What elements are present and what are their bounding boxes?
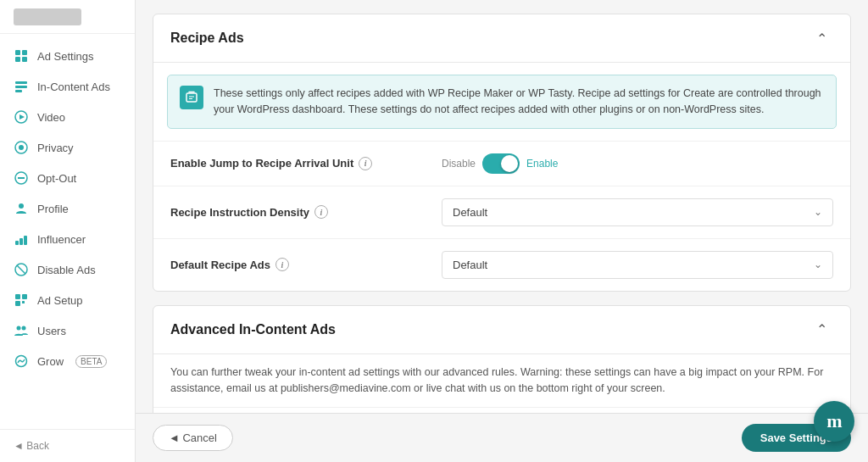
sidebar-item-profile-label: Profile xyxy=(37,203,69,215)
sidebar-item-ad-settings[interactable]: Ad Settings xyxy=(0,41,135,71)
svg-point-23 xyxy=(17,326,21,331)
ad-setup-icon xyxy=(14,292,29,308)
instruction-density-arrow: ⌄ xyxy=(814,206,822,218)
svg-rect-20 xyxy=(22,294,27,299)
toggle-group: Disable Enable xyxy=(442,153,558,174)
instruction-density-row: Recipe Instruction Density i Default ⌄ xyxy=(153,186,850,238)
recipe-ads-section: Recipe Ads ⌃ These settings only affect … xyxy=(153,14,851,292)
logo-image xyxy=(14,8,81,25)
jump-to-recipe-row: Enable Jump to Recipe Arrival Unit i Dis… xyxy=(153,141,850,186)
sidebar-item-in-content-ads[interactable]: In-Content Ads xyxy=(0,71,135,102)
cancel-button[interactable]: ◄ Cancel xyxy=(153,425,233,451)
advanced-in-content-section: Advanced In-Content Ads ⌃ You can furthe… xyxy=(153,305,851,414)
sidebar-item-grow[interactable]: Grow BETA xyxy=(0,346,135,376)
sidebar-item-disable-ads-label: Disable Ads xyxy=(37,264,96,276)
disable-label: Disable xyxy=(442,158,476,170)
recipe-ads-info-icon xyxy=(180,86,203,109)
instruction-density-label: Recipe Instruction Density i xyxy=(170,205,442,219)
sidebar-item-ad-settings-label: Ad Settings xyxy=(37,50,94,63)
default-recipe-ads-value: Default ⌄ xyxy=(442,251,833,279)
grow-beta-badge: BETA xyxy=(75,355,107,368)
svg-point-24 xyxy=(22,326,26,331)
users-icon xyxy=(14,323,29,338)
sidebar-item-disable-ads[interactable]: Disable Ads xyxy=(0,254,135,285)
sidebar: Ad Settings In-Content Ads Video Privacy xyxy=(0,0,136,462)
profile-icon xyxy=(14,201,29,216)
recipe-ads-header: Recipe Ads ⌃ xyxy=(153,14,850,63)
sidebar-back-button[interactable]: ◄ Back xyxy=(0,429,135,462)
opt-out-icon xyxy=(14,170,29,186)
svg-rect-19 xyxy=(15,294,20,299)
video-icon xyxy=(14,109,29,125)
default-recipe-ads-row: Default Recipe Ads i Default ⌄ xyxy=(153,238,850,291)
instruction-density-dropdown[interactable]: Default ⌄ xyxy=(442,198,833,226)
bottom-bar: ◄ Cancel Save Settings xyxy=(136,413,868,462)
svg-rect-3 xyxy=(22,57,27,62)
svg-rect-0 xyxy=(15,50,20,55)
recipe-ads-title: Recipe Ads xyxy=(170,31,244,46)
sidebar-item-users[interactable]: Users xyxy=(0,315,135,346)
instruction-density-value: Default ⌄ xyxy=(442,198,833,226)
main-content: Recipe Ads ⌃ These settings only affect … xyxy=(136,0,868,413)
influencer-icon xyxy=(14,231,29,247)
sidebar-item-ad-setup-label: Ad Setup xyxy=(37,294,83,307)
svg-marker-8 xyxy=(19,114,25,120)
svg-rect-6 xyxy=(15,90,22,92)
advanced-in-content-collapse-button[interactable]: ⌃ xyxy=(810,318,833,342)
toggle-thumb xyxy=(501,155,518,172)
sidebar-item-privacy[interactable]: Privacy xyxy=(0,132,135,163)
sidebar-logo xyxy=(0,0,135,34)
svg-line-18 xyxy=(17,265,25,274)
grow-icon xyxy=(14,353,29,369)
sidebar-item-video-label: Video xyxy=(37,111,65,124)
svg-rect-4 xyxy=(15,81,27,84)
toggle-track xyxy=(482,153,520,174)
default-recipe-ads-selected: Default xyxy=(453,259,487,271)
fab-icon: m xyxy=(826,410,841,432)
svg-rect-22 xyxy=(22,301,25,303)
in-content-icon xyxy=(14,79,29,94)
jump-to-recipe-info-icon[interactable]: i xyxy=(359,157,372,170)
back-label: ◄ Back xyxy=(14,440,49,452)
advanced-in-content-header: Advanced In-Content Ads ⌃ xyxy=(153,306,850,354)
privacy-icon xyxy=(14,140,29,155)
svg-rect-26 xyxy=(186,93,197,102)
default-recipe-ads-label: Default Recipe Ads i xyxy=(170,258,442,271)
sidebar-item-video[interactable]: Video xyxy=(0,102,135,132)
recipe-ads-info-box: These settings only affect recipes added… xyxy=(167,75,837,129)
svg-rect-2 xyxy=(15,57,20,62)
sidebar-item-privacy-label: Privacy xyxy=(37,142,74,154)
default-recipe-ads-info-icon[interactable]: i xyxy=(275,258,289,271)
sidebar-item-influencer[interactable]: Influencer xyxy=(0,224,135,254)
sidebar-nav: Ad Settings In-Content Ads Video Privacy xyxy=(0,34,135,429)
default-recipe-ads-arrow: ⌄ xyxy=(814,259,822,270)
sidebar-item-opt-out[interactable]: Opt-Out xyxy=(0,163,135,193)
recipe-ads-info-text: These settings only affect recipes added… xyxy=(214,86,824,118)
sidebar-item-profile[interactable]: Profile xyxy=(0,193,135,224)
enable-label: Enable xyxy=(526,158,558,170)
svg-rect-15 xyxy=(19,238,23,245)
jump-to-recipe-label: Enable Jump to Recipe Arrival Unit i xyxy=(170,157,442,170)
advanced-in-content-title: Advanced In-Content Ads xyxy=(170,322,336,337)
svg-rect-21 xyxy=(15,301,20,306)
advanced-in-content-info-text: You can further tweak your in-content ad… xyxy=(153,354,850,408)
sidebar-item-in-content-label: In-Content Ads xyxy=(37,81,110,93)
sidebar-item-influencer-label: Influencer xyxy=(37,233,86,246)
instruction-density-selected: Default xyxy=(453,206,487,219)
svg-rect-14 xyxy=(15,241,19,245)
fab-button[interactable]: m xyxy=(814,401,854,442)
jump-to-recipe-value: Disable Enable xyxy=(442,153,833,174)
disable-ads-icon xyxy=(14,262,29,277)
sidebar-item-grow-label: Grow xyxy=(37,355,64,368)
jump-to-recipe-toggle[interactable] xyxy=(482,153,520,174)
sidebar-item-ad-setup[interactable]: Ad Setup xyxy=(0,285,135,315)
placement-rules-row: In-Content Placement Rules i Run In-Cont… xyxy=(153,407,850,413)
sidebar-item-users-label: Users xyxy=(37,325,66,337)
svg-point-13 xyxy=(19,203,24,209)
default-recipe-ads-dropdown[interactable]: Default ⌄ xyxy=(442,251,833,279)
recipe-ads-collapse-button[interactable]: ⌃ xyxy=(810,26,833,50)
svg-rect-5 xyxy=(15,86,27,88)
sidebar-item-opt-out-label: Opt-Out xyxy=(37,172,76,185)
ad-settings-icon xyxy=(14,48,29,64)
instruction-density-info-icon[interactable]: i xyxy=(314,205,328,219)
